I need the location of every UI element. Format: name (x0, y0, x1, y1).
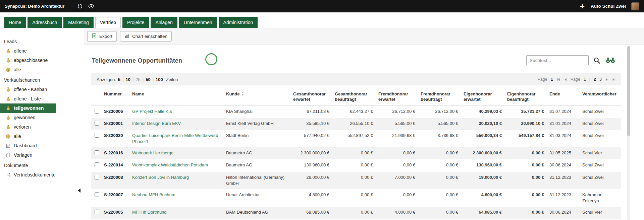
sidebar: Leadsoffeneabgeschlossene€alleVerkaufsch… (0, 28, 84, 220)
sidebar-item-vorlagen[interactable]: Vorlagen (0, 150, 84, 160)
column-header-ende[interactable]: Ende (547, 88, 580, 105)
chart-toggle-button[interactable]: Chart einschalten (120, 31, 172, 42)
cell-nummer[interactable]: S-230001 (101, 118, 129, 130)
cell-eh_beauftragt: 20.990,10 € (504, 118, 547, 130)
pager-page-label: Page (538, 77, 547, 82)
cell-nummer[interactable]: S-230006 (101, 105, 129, 118)
row-checkbox[interactable] (95, 210, 99, 214)
cell-name[interactable]: Konzert Bon Jovi in Hamburg (129, 172, 223, 189)
cell-eh_erwartet: 4.800,00 € (461, 189, 504, 207)
cell-nummer[interactable]: S-220007 (101, 189, 129, 207)
page-size-25[interactable]: 25 (136, 77, 140, 82)
history-icon[interactable] (77, 3, 83, 9)
scrollbar-thumb[interactable] (627, 46, 630, 136)
cell-nummer[interactable]: S-220005 (101, 207, 129, 219)
cell-nummer[interactable]: S-220004 (101, 219, 129, 220)
cell-name[interactable]: Quartier Luisenpark Berlin-Mitte Wettbew… (129, 130, 223, 147)
pager-page-1[interactable]: 1 (584, 77, 586, 82)
page-size-100[interactable]: 100 (156, 77, 163, 82)
cell-nummer[interactable]: S-220014 (101, 159, 129, 171)
binoculars-icon[interactable] (606, 57, 615, 64)
pager-first-icon[interactable] (556, 78, 560, 81)
pager-page-3[interactable]: 3 (599, 77, 602, 82)
pager-page-2[interactable]: 2 (594, 77, 596, 82)
cell-name[interactable]: Lagergebäude in Essen West (129, 219, 223, 220)
sidebar-item-abgeschlossene[interactable]: abgeschlossene (0, 56, 84, 65)
pager-next-icon[interactable] (605, 78, 608, 81)
cell-name[interactable]: Neubau MFH Bochum (129, 189, 223, 207)
column-header-eh_erwartet[interactable]: Eigenhonorarerwartet (461, 88, 504, 105)
sidebar-item-offene-liste[interactable]: offene - Liste (0, 94, 84, 103)
eye-icon[interactable] (88, 4, 94, 8)
avatar[interactable] (631, 2, 639, 10)
tab-adressbuch[interactable]: Adressbuch (28, 17, 62, 28)
cell-fh_erwartet: 3.000,00 € (376, 219, 418, 220)
tab-anlagen[interactable]: Anlagen (151, 17, 177, 28)
document-icon (5, 172, 11, 177)
export-button[interactable]: x Export (87, 31, 117, 42)
sidebar-item-verloren[interactable]: verloren (0, 122, 84, 132)
row-checkbox[interactable] (95, 133, 99, 138)
pager-last-icon[interactable] (612, 78, 616, 81)
column-header-nummer[interactable]: Nummer (101, 88, 129, 105)
sidebar-item-alle[interactable]: €alle (0, 132, 84, 141)
column-header-verantwortlicher[interactable]: Verantwortlicher (580, 88, 621, 105)
row-checkbox[interactable] (95, 150, 99, 155)
search-input[interactable] (526, 55, 589, 65)
cell-fh_beauftragt: 0,00 € (418, 219, 461, 220)
sort-icon[interactable] (241, 92, 244, 96)
cell-eh_beauftragt: 549.157,84 € (504, 130, 547, 147)
page-size-10[interactable]: 10 (125, 77, 130, 82)
excel-icon: x (92, 33, 97, 40)
sidebar-item-alle[interactable]: €alle (0, 65, 84, 74)
column-header-eh_beauftragt[interactable]: Eigenhonorarbeauftragt (504, 88, 547, 105)
row-checkbox[interactable] (95, 109, 99, 114)
page-size-5[interactable]: 5 (118, 77, 120, 82)
search-icon[interactable] (593, 57, 600, 64)
column-header-kunde[interactable]: Kunde (223, 88, 290, 105)
loading-spinner (205, 53, 217, 65)
cell-name[interactable]: MFH in Dortmund (129, 207, 223, 219)
tab-administration[interactable]: Administration (219, 17, 258, 28)
row-checkbox[interactable] (95, 192, 99, 197)
sidebar-item-offene-kanban[interactable]: offene - Kanban (0, 85, 84, 94)
row-checkbox[interactable] (95, 121, 99, 126)
cell-name[interactable]: GP Projekt Halle Kia (129, 105, 223, 118)
content: Teilgewonnene Opportunitäten Anzeigen: 5… (84, 45, 644, 220)
column-header-name[interactable]: Name (129, 88, 223, 105)
column-header-fh_beauftragt[interactable]: Fremdhonorarbeauftragt (418, 88, 461, 105)
user-name[interactable]: Auto Schul Zwei (591, 4, 626, 9)
page-size-50[interactable]: 50 (146, 77, 150, 82)
tab-home[interactable]: Home (4, 17, 26, 28)
tab-marketing[interactable]: Marketing (63, 17, 93, 28)
column-header-gh_erwartet[interactable]: Gesamthonorarerwartet (290, 88, 332, 105)
cell-kunde: KIA Shanghai (223, 105, 290, 118)
tab-unternehmen[interactable]: Unternehmen (179, 17, 217, 28)
pager-page-label: Page (571, 77, 580, 82)
add-icon[interactable]: + (580, 2, 585, 10)
row-checkbox[interactable] (95, 162, 99, 167)
cell-nummer[interactable]: S-220016 (101, 147, 129, 159)
cell-eh_erwartet: 556.000,34 € (461, 130, 504, 147)
sidebar-item-label: Vorlagen (14, 152, 32, 158)
cell-gh_erwartet: 6.400,00 € (290, 219, 332, 220)
sidebar-collapse-icon[interactable] (78, 189, 80, 193)
column-header-gh_beauftragt[interactable]: Gesamthonorarbeauftragt (332, 88, 376, 105)
row-checkbox[interactable] (95, 175, 99, 179)
cell-name[interactable]: Wohnkomplex Waldstädtchen Potsdam (129, 159, 223, 171)
sidebar-item-vertriebsdokumente[interactable]: Vertriebsdokumente (0, 170, 84, 179)
column-header-fh_erwartet[interactable]: Fremdhonorarerwartet (376, 88, 418, 105)
vertical-scrollbar[interactable] (627, 46, 630, 220)
cell-name[interactable]: Wohnpark Herzberge (129, 147, 223, 159)
sidebar-item-dashboard[interactable]: Dashboard (0, 141, 84, 150)
tab-projekte[interactable]: Projekte (122, 17, 149, 28)
cell-nummer[interactable]: S-220020 (101, 130, 129, 147)
pager-prev-icon[interactable] (564, 78, 567, 81)
tab-vertrieb[interactable]: Vertrieb (95, 17, 121, 28)
cell-verantwortlicher: Schul Zwei (580, 219, 621, 220)
sidebar-item-teilgewonnen[interactable]: teilgewonnen (0, 103, 56, 113)
cell-nummer[interactable]: S-220008 (101, 172, 129, 189)
sidebar-item-offene[interactable]: offene (0, 46, 84, 56)
cell-name[interactable]: Interior Design Büro EKV (129, 118, 223, 130)
sidebar-item-gewonnen[interactable]: gewonnen (0, 113, 84, 122)
